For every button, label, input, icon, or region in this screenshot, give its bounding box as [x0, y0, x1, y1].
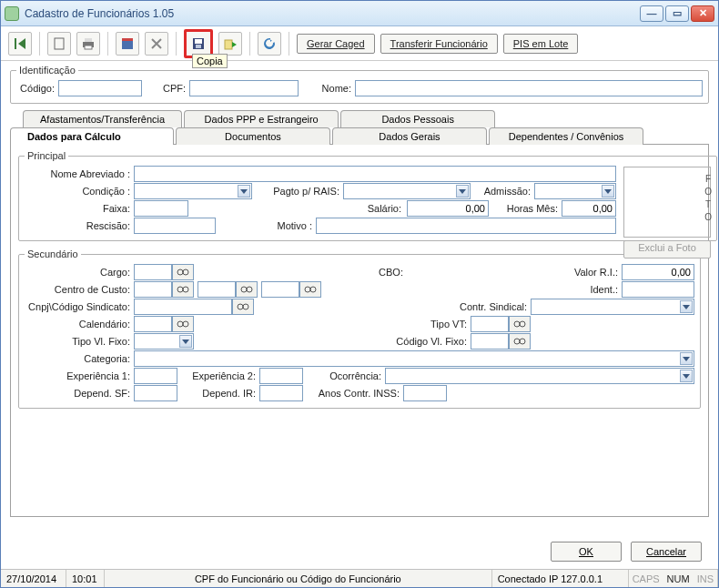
- exclui-foto-button[interactable]: Exclui a Foto: [623, 240, 711, 259]
- transferir-funcionario-button[interactable]: Transferir Funcionário: [380, 34, 498, 54]
- pis-em-lote-button[interactable]: PIS em Lote: [503, 34, 579, 54]
- depend-sf-input[interactable]: [134, 385, 177, 401]
- cc3-lookup-icon[interactable]: [299, 281, 321, 298]
- cc3-input[interactable]: [261, 281, 299, 298]
- rescisao-label: Rescisão:: [25, 220, 134, 231]
- admissao-date[interactable]: [534, 183, 616, 199]
- foto-label: FOTO: [704, 173, 712, 224]
- anos-inss-input[interactable]: [403, 385, 447, 401]
- gerar-caged-button[interactable]: Gerar Caged: [297, 34, 375, 54]
- status-connection: Conectado IP 127.0.0.1: [492, 570, 629, 587]
- svg-rect-2: [85, 38, 92, 42]
- grid-button[interactable]: [116, 32, 139, 56]
- sindicato-lookup-icon[interactable]: [232, 299, 254, 315]
- identificacao-legend: Identificação: [16, 65, 78, 76]
- export-button[interactable]: [218, 32, 242, 56]
- svg-point-17: [310, 287, 316, 292]
- status-date: 27/10/2014: [1, 570, 66, 587]
- cc1-lookup-icon[interactable]: [172, 281, 194, 298]
- faixa-input[interactable]: [134, 200, 188, 217]
- first-record-button[interactable]: [8, 32, 32, 56]
- app-icon: [5, 6, 19, 21]
- svg-point-21: [183, 321, 188, 327]
- tab-afastamentos[interactable]: Afastamentos/Transferência: [23, 110, 182, 127]
- close-button[interactable]: ✕: [691, 5, 714, 22]
- cpf-input[interactable]: [189, 80, 299, 96]
- svg-point-10: [177, 269, 183, 275]
- cc2-input[interactable]: [197, 281, 236, 298]
- cnpj-sindicato-label: Cnpj\Código Sindicato:: [25, 301, 134, 312]
- tab-documentos[interactable]: Documentos: [176, 127, 330, 145]
- pagto-rais-select[interactable]: [343, 183, 471, 199]
- title-bar: Cadastro de Funcionários 1.05 — ▭ ✕: [1, 1, 718, 26]
- new-button[interactable]: [47, 32, 71, 56]
- experiencia1-input[interactable]: [134, 368, 177, 384]
- svg-point-12: [177, 287, 183, 292]
- cancel-button[interactable]: Cancelar: [631, 542, 702, 562]
- categoria-label: Categoria:: [25, 353, 134, 364]
- salario-input[interactable]: [407, 200, 489, 217]
- cc1-input[interactable]: [134, 281, 172, 298]
- nome-input[interactable]: [355, 80, 703, 96]
- tab-dados-pessoais[interactable]: Dados Pessoais: [340, 110, 495, 127]
- faixa-label: Faixa:: [25, 203, 134, 214]
- svg-point-13: [183, 287, 188, 292]
- condicao-select[interactable]: [134, 183, 252, 199]
- horas-mes-input[interactable]: [562, 200, 616, 217]
- ident-input[interactable]: [622, 281, 694, 298]
- experiencia2-input[interactable]: [259, 368, 303, 384]
- motivo-label: Motivo :: [216, 220, 316, 231]
- codigo-vl-fixo-lookup-icon[interactable]: [509, 333, 531, 350]
- cc2-lookup-icon[interactable]: [236, 281, 258, 298]
- photo-box: FOTO: [623, 167, 711, 238]
- rescisao-input[interactable]: [134, 218, 216, 234]
- valor-ri-input[interactable]: [622, 264, 694, 280]
- cargo-lookup-icon[interactable]: [172, 264, 194, 280]
- tab-ppp-estrangeiro[interactable]: Dados PPP e Estrangeiro: [184, 110, 339, 127]
- centro-custo-label: Centro de Custo:: [25, 284, 134, 295]
- nome-abreviado-input[interactable]: [134, 166, 616, 182]
- window-title: Cadastro de Funcionários 1.05: [25, 7, 640, 20]
- codigo-input[interactable]: [58, 80, 142, 96]
- contr-sindical-select[interactable]: [531, 299, 694, 315]
- print-button[interactable]: [76, 32, 100, 56]
- cnpj-sindicato-input[interactable]: [134, 299, 232, 315]
- principal-group: Principal Nome Abreviado : Condição : Pa…: [18, 150, 717, 241]
- minimize-button[interactable]: —: [640, 5, 663, 22]
- cbo-label: CBO:: [194, 267, 558, 278]
- tipo-vl-fixo-select[interactable]: [134, 333, 194, 350]
- condicao-label: Condição :: [25, 186, 134, 197]
- identificacao-group: Identificação Código: CPF: Nome:: [10, 65, 709, 104]
- nome-abreviado-label: Nome Abreviado :: [25, 168, 134, 179]
- ident-label: Ident.:: [576, 284, 622, 295]
- tipo-vt-input[interactable]: [471, 316, 509, 332]
- codigo-vl-fixo-input[interactable]: [471, 333, 509, 350]
- motivo-input[interactable]: [316, 218, 616, 234]
- cpf-label: CPF:: [153, 83, 189, 94]
- ocorrencia-label: Ocorrência:: [303, 370, 385, 381]
- tab-dados-gerais[interactable]: Dados Gerais: [332, 127, 487, 145]
- tipo-vt-lookup-icon[interactable]: [509, 316, 531, 332]
- depend-ir-input[interactable]: [259, 385, 303, 401]
- tab-dados-calculo[interactable]: Dados para Cálculo: [10, 127, 174, 145]
- refresh-button[interactable]: [258, 32, 281, 56]
- num-indicator: NUM: [663, 573, 694, 584]
- delete-button[interactable]: [145, 32, 168, 56]
- calendario-lookup-icon[interactable]: [172, 316, 194, 332]
- status-hint: CPF do Funcionário ou Código do Funcioná…: [105, 570, 492, 587]
- ocorrencia-select[interactable]: [385, 368, 694, 384]
- principal-legend: Principal: [25, 150, 68, 161]
- svg-point-22: [514, 321, 520, 327]
- calendario-input[interactable]: [134, 316, 172, 332]
- calendario-label: Calendário:: [25, 319, 134, 329]
- status-bar: 27/10/2014 10:01 CPF do Funcionário ou C…: [1, 569, 718, 587]
- svg-point-16: [305, 287, 310, 292]
- ok-button[interactable]: OK: [551, 542, 622, 562]
- categoria-select[interactable]: [134, 350, 694, 367]
- anos-inss-label: Anos Contr. INSS:: [303, 388, 403, 399]
- tab-dependentes[interactable]: Dependentes / Convênios: [489, 127, 643, 145]
- cargo-input[interactable]: [134, 264, 172, 280]
- maximize-button[interactable]: ▭: [665, 5, 689, 22]
- contr-sindical-label: Contr. Sindical:: [449, 301, 531, 312]
- svg-point-25: [520, 339, 525, 344]
